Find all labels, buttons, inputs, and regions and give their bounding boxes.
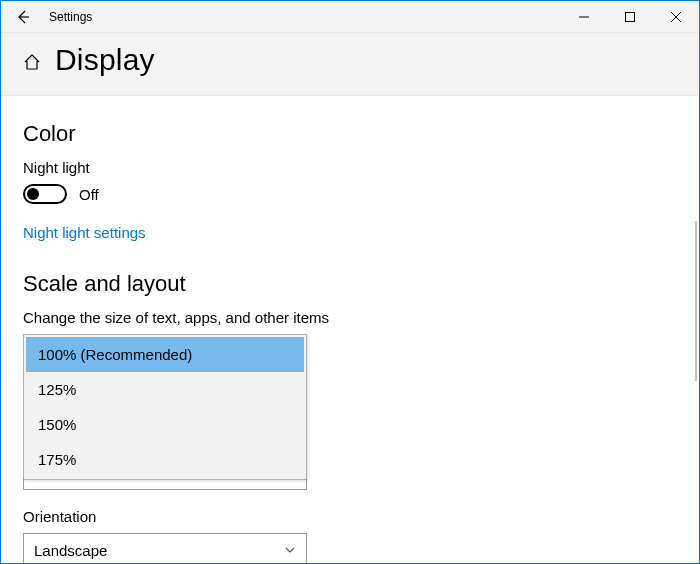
scale-option-150[interactable]: 150% <box>26 407 304 442</box>
close-button[interactable] <box>653 1 699 33</box>
maximize-button[interactable] <box>607 1 653 33</box>
home-icon <box>23 53 41 74</box>
app-title: Settings <box>45 10 92 24</box>
svg-rect-2 <box>626 12 635 21</box>
minimize-icon <box>579 12 589 22</box>
night-light-label: Night light <box>23 159 677 176</box>
close-icon <box>671 12 681 22</box>
scale-option-125[interactable]: 125% <box>26 372 304 407</box>
page-title: Display <box>55 43 155 77</box>
scale-option-175[interactable]: 175% <box>26 442 304 477</box>
scale-option-list: 100% (Recommended) 125% 150% 175% <box>23 334 307 480</box>
maximize-icon <box>625 12 635 22</box>
chevron-down-icon <box>284 542 296 559</box>
back-arrow-icon <box>15 9 31 25</box>
night-light-toggle[interactable] <box>23 184 67 204</box>
orientation-select[interactable]: Landscape <box>23 533 307 563</box>
settings-window: Settings <box>0 0 700 564</box>
content: Color Night light Off Night light settin… <box>1 99 699 563</box>
content-scroll[interactable]: Color Night light Off Night light settin… <box>1 99 699 563</box>
orientation-value: Landscape <box>34 542 107 559</box>
night-light-state: Off <box>79 186 99 203</box>
scrollbar-thumb[interactable] <box>695 221 697 381</box>
minimize-button[interactable] <box>561 1 607 33</box>
page-header: Display <box>1 33 699 96</box>
orientation-label: Orientation <box>23 508 677 525</box>
back-button[interactable] <box>1 1 45 33</box>
toggle-knob <box>27 188 39 200</box>
section-heading-scale: Scale and layout <box>23 271 677 297</box>
section-heading-color: Color <box>23 121 677 147</box>
night-light-toggle-row: Off <box>23 184 677 204</box>
scale-dropdown-expanded: 100% (Recommended) 125% 150% 175% <box>23 334 677 490</box>
scale-option-100[interactable]: 100% (Recommended) <box>26 337 304 372</box>
scale-dropdown-underlay <box>23 478 307 490</box>
window-controls <box>561 1 699 33</box>
titlebar: Settings <box>1 1 699 33</box>
night-light-settings-link[interactable]: Night light settings <box>23 224 146 241</box>
scale-size-label: Change the size of text, apps, and other… <box>23 309 677 326</box>
